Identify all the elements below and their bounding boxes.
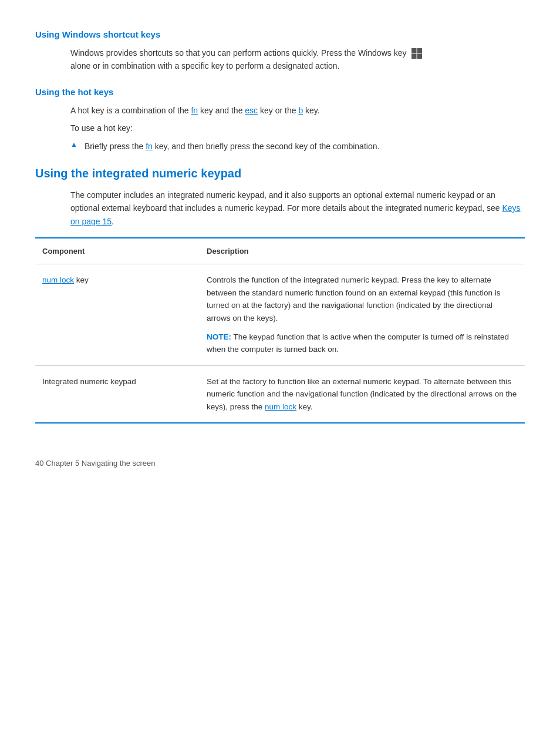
windows-logo-icon xyxy=(411,48,423,59)
page-footer: 40 Chapter 5 Navigating the screen xyxy=(35,459,525,468)
row2-component-text: Integrated numeric keypad xyxy=(42,377,136,386)
table-row: num lock key Controls the function of th… xyxy=(35,264,525,366)
row1-description: Controls the function of the integrated … xyxy=(200,269,525,361)
bullet-text-suffix: key, and then briefly press the second k… xyxy=(153,142,380,151)
num-lock-link[interactable]: num lock xyxy=(42,275,74,284)
section2-heading: Using the hot keys xyxy=(35,87,525,97)
use-label: To use a hot key: xyxy=(70,122,525,135)
svg-rect-0 xyxy=(411,48,417,53)
section-hot-keys: Using the hot keys A hot key is a combin… xyxy=(35,87,525,153)
section3-body-text: The computer includes an integrated nume… xyxy=(70,190,502,213)
section2-bullet-text: Briefly press the fn key, and then brief… xyxy=(85,140,379,153)
section2-mid2: key or the xyxy=(258,106,298,115)
svg-rect-3 xyxy=(417,54,423,59)
section2-body: A hot key is a combination of the fn key… xyxy=(70,104,525,135)
table-row: Integrated numeric keypad Set at the fac… xyxy=(35,366,525,423)
col2-header: Description xyxy=(200,243,525,259)
row2-description: Set at the factory to function like an e… xyxy=(200,371,525,418)
table-header-row: Component Description xyxy=(35,238,525,264)
triangle-bullet-icon: ▲ xyxy=(70,140,77,149)
section3-heading: Using the integrated numeric keypad xyxy=(35,167,525,180)
row1-desc-text: Controls the function of the integrated … xyxy=(207,275,501,322)
section2-intro: A hot key is a combination of the xyxy=(70,106,191,115)
section2-end1: key. xyxy=(303,106,320,115)
section2-mid1: key and the xyxy=(198,106,245,115)
section-numeric-keypad: Using the integrated numeric keypad The … xyxy=(35,167,525,424)
keypad-table: Component Description num lock key Contr… xyxy=(35,237,525,424)
row1-component-text: key xyxy=(74,275,89,284)
svg-rect-2 xyxy=(411,54,417,59)
section1-body2: alone or in combination with a specific … xyxy=(70,61,339,70)
row2-component: Integrated numeric keypad xyxy=(35,371,200,418)
row1-component: num lock key xyxy=(35,269,200,361)
section1-body-text: Windows provides shortcuts so that you c… xyxy=(70,48,406,58)
row2-desc-text: Set at the factory to function like an e… xyxy=(207,377,517,411)
page-content: Using Windows shortcut keys Windows prov… xyxy=(35,29,525,424)
section3-body: The computer includes an integrated nume… xyxy=(70,189,525,228)
section2-bullet: ▲ Briefly press the fn key, and then bri… xyxy=(70,140,525,153)
note-label: NOTE: xyxy=(207,332,231,341)
num-lock-link2[interactable]: num lock xyxy=(265,402,296,411)
row1-note: NOTE: The keypad function that is active… xyxy=(207,331,518,356)
esc-key-link[interactable]: esc xyxy=(245,106,258,115)
footer-text: 40 Chapter 5 Navigating the screen xyxy=(35,459,156,468)
fn-key-link1[interactable]: fn xyxy=(191,106,198,115)
bullet-text-prefix: Briefly press the xyxy=(85,142,146,151)
svg-rect-1 xyxy=(417,48,423,53)
section3-body-end: . xyxy=(112,217,114,226)
section1-heading: Using Windows shortcut keys xyxy=(35,29,525,39)
col1-header: Component xyxy=(35,243,200,259)
section1-body: Windows provides shortcuts so that you c… xyxy=(70,46,525,73)
section-windows-shortcut: Using Windows shortcut keys Windows prov… xyxy=(35,29,525,73)
note-text: The keypad function that is active when … xyxy=(207,332,509,354)
fn-key-link2[interactable]: fn xyxy=(146,142,153,151)
